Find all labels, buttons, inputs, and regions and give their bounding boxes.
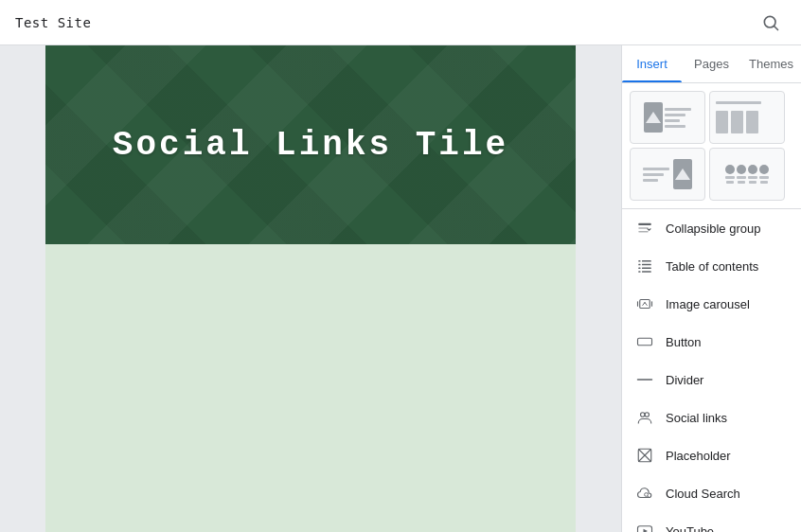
svg-rect-9 (638, 268, 640, 270)
sidebar-tabs: Insert Pages Themes (622, 45, 801, 83)
svg-rect-11 (638, 271, 640, 273)
svg-line-1 (774, 26, 778, 29)
svg-point-14 (644, 302, 646, 304)
divider-label: Divider (666, 373, 703, 387)
layout-row-2 (630, 148, 793, 201)
svg-rect-15 (638, 338, 652, 346)
insert-item-carousel[interactable]: Image carousel (622, 285, 801, 323)
site-title: Test Site (15, 15, 91, 30)
main-area: Social Links Tile Insert Pages Themes (0, 45, 801, 532)
content-section (45, 244, 576, 532)
social-links-icon (635, 408, 654, 427)
placeholder-label: Placeholder (666, 449, 731, 463)
layout-thumb-text-cols[interactable] (709, 91, 785, 144)
insert-item-divider[interactable]: Divider (622, 361, 801, 399)
youtube-label: YouTube (666, 524, 714, 533)
hero-section: Social Links Tile (45, 45, 576, 244)
insert-item-cloud-search[interactable]: Cloud Search (622, 474, 801, 512)
insert-item-toc[interactable]: Table of contents (622, 247, 801, 285)
insert-item-placeholder[interactable]: Placeholder (622, 436, 801, 474)
canvas-area: Social Links Tile (0, 45, 621, 532)
svg-rect-2 (638, 223, 651, 225)
top-bar: Test Site (0, 0, 801, 45)
insert-item-youtube[interactable]: YouTube (622, 512, 801, 532)
button-icon (635, 332, 654, 351)
tab-pages[interactable]: Pages (682, 45, 741, 82)
search-icon (761, 13, 780, 32)
svg-rect-5 (638, 260, 640, 262)
insert-list: Collapsible group Table of (622, 209, 801, 532)
search-button[interactable] (756, 8, 786, 38)
collapsible-icon (635, 219, 654, 238)
insert-item-social-links[interactable]: Social links (622, 399, 801, 436)
svg-rect-4 (638, 231, 649, 233)
tab-insert[interactable]: Insert (622, 45, 682, 82)
divider-icon (635, 370, 654, 389)
placeholder-icon (635, 446, 654, 465)
svg-point-17 (641, 413, 646, 417)
right-sidebar: Insert Pages Themes (621, 45, 801, 532)
insert-item-button[interactable]: Button (622, 323, 801, 361)
layout-thumb-text-image[interactable] (630, 148, 705, 201)
layout-row-1 (630, 91, 793, 144)
svg-rect-8 (642, 264, 651, 266)
insert-item-collapsible-group[interactable]: Collapsible group (622, 209, 801, 247)
svg-rect-13 (640, 300, 650, 309)
toc-label: Table of contents (666, 259, 758, 274)
svg-rect-3 (638, 227, 649, 229)
toc-icon (635, 257, 654, 275)
button-label: Button (666, 335, 702, 349)
youtube-icon (635, 522, 654, 532)
svg-rect-10 (642, 268, 651, 270)
svg-point-18 (645, 413, 650, 417)
carousel-label: Image carousel (666, 297, 750, 311)
tab-themes[interactable]: Themes (741, 45, 801, 82)
svg-rect-12 (642, 271, 651, 273)
social-links-label: Social links (666, 411, 727, 425)
collapsible-group-label: Collapsible group (666, 222, 760, 236)
layout-thumbnails (622, 83, 801, 209)
cloud-search-icon (635, 484, 654, 503)
layout-thumb-4col[interactable] (709, 148, 785, 201)
layout-thumb-image-text[interactable] (630, 91, 705, 144)
cloud-search-label: Cloud Search (666, 487, 740, 501)
hero-title: Social Links Tile (113, 126, 508, 165)
svg-rect-6 (642, 260, 651, 262)
page-canvas: Social Links Tile (45, 45, 576, 532)
carousel-icon (635, 294, 654, 313)
svg-rect-7 (638, 264, 640, 266)
